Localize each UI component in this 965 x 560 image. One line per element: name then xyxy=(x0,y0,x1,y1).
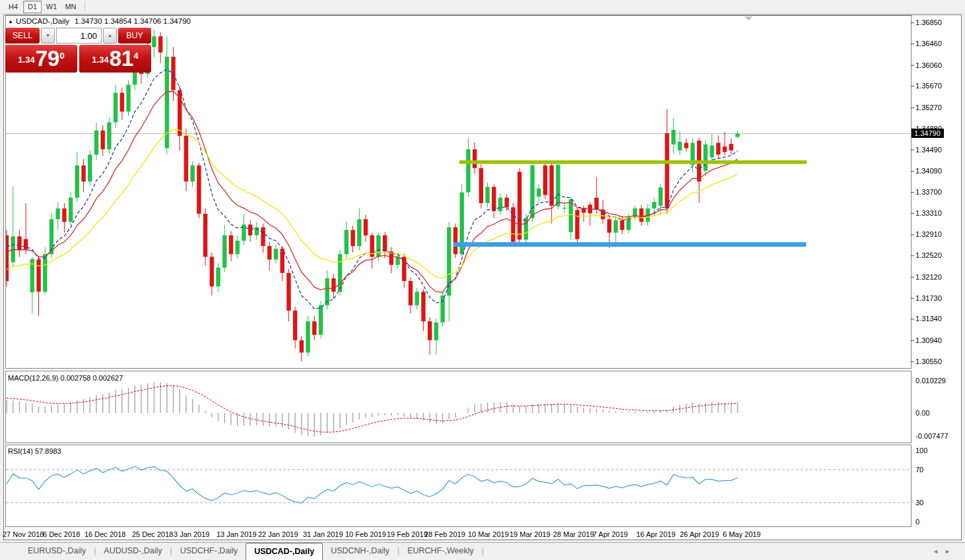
date-axis-label: 31 Jan 2019 xyxy=(303,530,343,538)
chart-tab-usdchfdaily[interactable]: USDCHF-,Daily xyxy=(172,543,246,560)
date-axis-label: 28 Feb 2019 xyxy=(424,530,465,538)
price-axis-label: 1.34490 xyxy=(915,146,942,154)
resistance-line xyxy=(459,160,807,164)
price-axis-label: 1.33700 xyxy=(915,188,942,196)
date-axis-label: 27 Nov 2018 xyxy=(3,530,44,538)
timeframe-button-w1[interactable]: W1 xyxy=(42,1,61,13)
date-axis-label: 16 Dec 2018 xyxy=(84,530,125,538)
support-line xyxy=(453,242,806,247)
timeframe-button-h4[interactable]: H4 xyxy=(4,1,22,13)
date-axis-label: 19 Feb 2019 xyxy=(387,530,428,538)
buy-price-quote[interactable]: 1.34814 xyxy=(79,45,151,73)
date-axis-label: 16 Apr 2019 xyxy=(636,530,675,538)
date-axis-label: 22 Jan 2019 xyxy=(258,530,298,538)
price-axis-label: 1.36060 xyxy=(915,61,942,69)
one-click-trade-panel: SELL ▼ ▲ BUY 1.34790 1.34814 xyxy=(5,28,151,73)
price-axis-label: 1.35270 xyxy=(915,104,942,111)
collapse-triangle-icon[interactable]: ▲ xyxy=(8,18,13,24)
sell-price-small: 1.34 xyxy=(18,52,34,68)
chart-tab-audusddaily[interactable]: AUDUSD-,Daily xyxy=(96,543,170,560)
sell-price-big: 79 xyxy=(36,46,60,72)
price-axis-label: 1.33310 xyxy=(915,209,942,217)
rsi-value: 57.8983 xyxy=(35,447,61,455)
date-axis-label: 10 Feb 2019 xyxy=(345,530,386,538)
sell-price-quote[interactable]: 1.34790 xyxy=(5,45,77,73)
buy-price-sup: 4 xyxy=(133,48,138,64)
rsi-pane xyxy=(6,445,912,527)
date-axis-label: 19 Mar 2019 xyxy=(510,530,550,538)
date-axis-label: 10 Mar 2019 xyxy=(468,530,509,538)
price-axis-label: 1.32520 xyxy=(915,251,942,259)
date-axis-label: 25 Dec 2018 xyxy=(132,530,173,538)
date-axis-label: 28 Mar 2019 xyxy=(553,530,594,538)
chart-title: USDCAD-,Daily xyxy=(16,17,69,25)
price-axis-label: 1.30550 xyxy=(915,358,942,365)
current-price-tag: 1.34790 xyxy=(912,129,944,138)
indicator-axis-label: 0.00 xyxy=(915,409,929,417)
chart-tab-eurchfweekly[interactable]: EURCHF-,Weekly xyxy=(399,543,481,560)
buy-price-small: 1.34 xyxy=(92,52,108,68)
symbol-tab-bar: EURUSD-,Daily|AUDUSD-,Daily|USDCHF-,Dail… xyxy=(0,542,965,560)
timeframe-button-d1[interactable]: D1 xyxy=(23,1,42,13)
macd-value-signal: 0.002627 xyxy=(92,374,123,382)
price-axis-label: 1.34090 xyxy=(915,167,942,175)
price-axis-label: 1.32120 xyxy=(915,273,942,281)
price-axis-label: 1.31340 xyxy=(915,315,942,323)
chart-canvas[interactable] xyxy=(0,0,965,560)
timeframe-button-mn[interactable]: MN xyxy=(61,1,80,13)
price-axis-label: 1.35670 xyxy=(915,82,942,90)
buy-price-big: 81 xyxy=(110,46,134,72)
indicator-axis-label: 0 xyxy=(915,518,919,526)
tab-separator: | xyxy=(482,543,484,560)
date-axis-label: 7 Apr 2019 xyxy=(593,530,628,538)
timeframe-toolbar: H4D1W1MN xyxy=(0,0,965,14)
tab-scroll-right-icon[interactable]: ► xyxy=(945,548,950,555)
indicator-axis-label: 0.010229 xyxy=(915,377,946,385)
macd-value-main: 0.002758 xyxy=(60,374,90,382)
chart-tab-usdcnhdaily[interactable]: USDCNH-,Daily xyxy=(323,543,397,560)
volume-input[interactable] xyxy=(56,28,102,44)
toolbar-divider xyxy=(84,2,85,11)
chart-tab-usdcaddaily[interactable]: USDCAD-,Daily xyxy=(246,543,323,560)
date-axis-label: 26 Apr 2019 xyxy=(680,530,719,538)
timeframe-buttons: H4D1W1MN xyxy=(4,1,81,13)
rsi-label: RSI(14) 57.8983 xyxy=(8,447,61,455)
sell-price-sup: 0 xyxy=(59,48,64,64)
price-axis-label: 1.36850 xyxy=(915,18,942,26)
indicator-axis-label: 100 xyxy=(915,447,927,454)
ohlc-values: 1.34730 1.34854 1.34706 1.34790 xyxy=(75,17,191,25)
volume-increase-button[interactable]: ▲ xyxy=(103,28,117,44)
volume-decrease-button[interactable]: ▼ xyxy=(41,28,55,44)
date-axis-label: 13 Jan 2019 xyxy=(216,530,257,538)
indicator-axis-label: 30 xyxy=(915,499,923,507)
tab-scroll-left-icon[interactable]: ◄ xyxy=(933,548,939,555)
price-axis-label: 1.36460 xyxy=(915,40,942,47)
indicator-axis-label: 70 xyxy=(915,466,923,474)
date-axis-label: 3 Jan 2019 xyxy=(174,530,209,538)
price-axis-label: 1.30940 xyxy=(915,336,942,344)
date-axis-label: 6 Dec 2018 xyxy=(43,530,80,538)
indicator-axis-label: -0.007477 xyxy=(915,432,948,440)
chart-ohlc-header: ▲USDCAD-,Daily1.34730 1.34854 1.34706 1.… xyxy=(8,17,191,25)
macd-label: MACD(12,26,9) 0.002758 0.002627 xyxy=(8,374,123,382)
date-axis-label: 6 May 2019 xyxy=(723,530,760,538)
chart-tab-eurusddaily[interactable]: EURUSD-,Daily xyxy=(20,543,94,560)
buy-button[interactable]: BUY xyxy=(118,28,151,44)
price-axis-label: 1.31730 xyxy=(915,294,942,302)
price-axis-label: 1.32910 xyxy=(915,230,942,238)
sell-button[interactable]: SELL xyxy=(5,28,40,44)
